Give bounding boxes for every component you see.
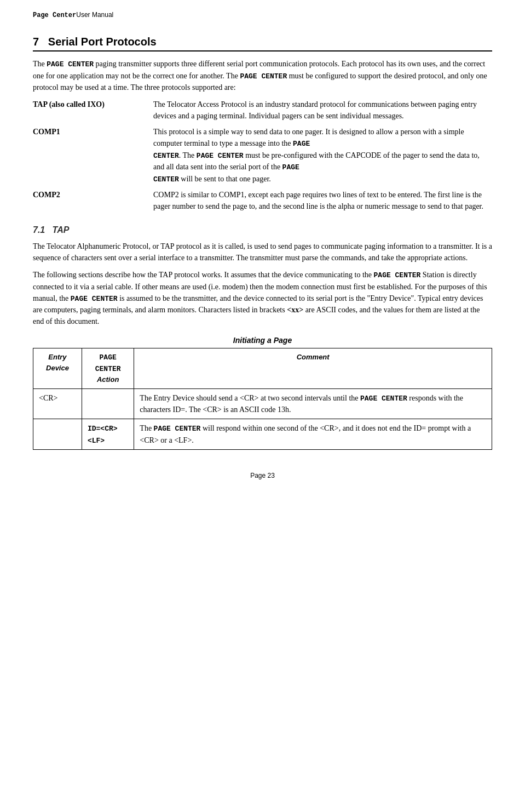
page-footer: Page 23 bbox=[33, 472, 492, 479]
def-comp1-term: COMP1 bbox=[33, 126, 153, 185]
row2-action: ID=<CR><LF> bbox=[82, 419, 134, 450]
code-page-center-5: PAGE CENTER bbox=[360, 394, 407, 403]
header-subtitle: User Manual bbox=[76, 11, 113, 19]
def-comp1: COMP1 This protocol is a simple way to s… bbox=[33, 126, 492, 185]
code-page-center-2: PAGE CENTER bbox=[240, 72, 287, 81]
row1-entry: <CR> bbox=[33, 388, 82, 419]
def-comp1-desc: This protocol is a simple way to send da… bbox=[153, 126, 492, 185]
col-action: PAGE CENTERAction bbox=[82, 348, 134, 389]
table-title: Initiating a Page bbox=[33, 336, 492, 345]
row1-action bbox=[82, 388, 134, 419]
section7-intro: The PAGE CENTER paging transmitter suppo… bbox=[33, 58, 492, 93]
row2-comment: The PAGE CENTER will respond within one … bbox=[134, 419, 492, 450]
code-page-center-1: PAGE CENTER bbox=[47, 60, 94, 68]
header-brand: Page Center bbox=[33, 12, 76, 19]
code-page-center-6: PAGE CENTER bbox=[154, 425, 201, 433]
code-page-center-4: PAGE CENTER bbox=[71, 295, 118, 303]
section71-para1: The Telocator Alphanumeric Protocol, or … bbox=[33, 241, 492, 264]
def-tap: TAP (also called IXO) The Telocator Acce… bbox=[33, 99, 492, 122]
definition-list: TAP (also called IXO) The Telocator Acce… bbox=[33, 99, 492, 212]
initiating-page-table: Entry Device PAGE CENTERAction Comment <… bbox=[33, 348, 492, 450]
table-row-2: ID=<CR><LF> The PAGE CENTER will respond… bbox=[33, 419, 492, 450]
def-comp2: COMP2 COMP2 is similar to COMP1, except … bbox=[33, 189, 492, 212]
section71-heading: 7.1 TAP bbox=[33, 225, 492, 235]
def-comp2-desc: COMP2 is similar to COMP1, except each p… bbox=[153, 189, 492, 212]
angle-bracket-xx: <xx> bbox=[287, 306, 303, 314]
row2-entry bbox=[33, 419, 82, 450]
col-entry-device: Entry Device bbox=[33, 348, 82, 389]
page-number: Page 23 bbox=[250, 472, 275, 479]
page-header: Page Center User Manual bbox=[33, 11, 492, 19]
section71-para2: The following sections describe how the … bbox=[33, 269, 492, 327]
code-page-center-3: PAGE CENTER bbox=[374, 271, 421, 279]
def-comp2-term: COMP2 bbox=[33, 189, 153, 212]
col-comment: Comment bbox=[134, 348, 492, 389]
def-tap-desc: The Telocator Access Protocol is an indu… bbox=[153, 99, 492, 122]
def-tap-term: TAP (also called IXO) bbox=[33, 99, 153, 122]
table-row-1: <CR> The Entry Device should send a <CR>… bbox=[33, 388, 492, 419]
row1-comment: The Entry Device should send a <CR> at t… bbox=[134, 388, 492, 419]
section7-heading: 7 Serial Port Protocols bbox=[33, 36, 492, 52]
